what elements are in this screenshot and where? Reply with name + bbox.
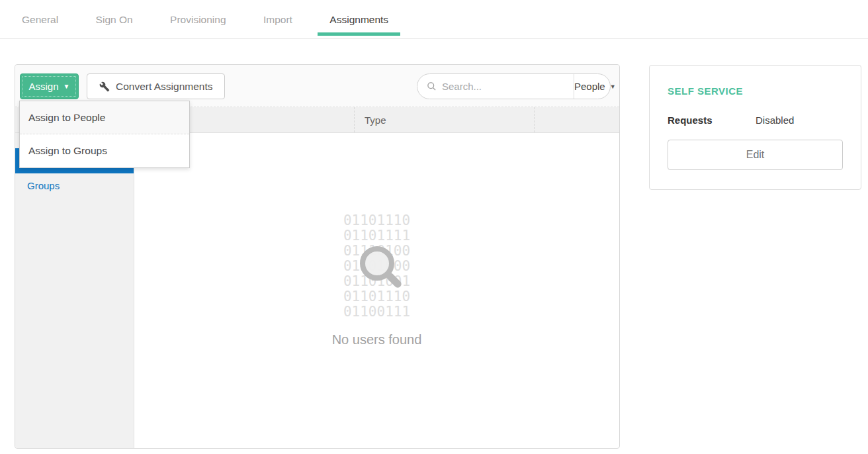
convert-assignments-label: Convert Assignments bbox=[116, 81, 212, 93]
self-service-title: SELF SERVICE bbox=[668, 85, 843, 97]
sidebar-item-groups[interactable]: Groups bbox=[15, 173, 134, 199]
tab-import[interactable]: Import bbox=[251, 0, 304, 36]
search-box bbox=[417, 74, 574, 99]
assign-button[interactable]: Assign ▼ bbox=[20, 73, 79, 99]
assignments-side-nav: People Groups bbox=[15, 133, 134, 448]
convert-assignments-button[interactable]: Convert Assignments bbox=[87, 73, 225, 99]
search-icon bbox=[427, 81, 437, 91]
empty-state-message: No users found bbox=[134, 332, 619, 347]
column-divider bbox=[354, 107, 355, 132]
app-tabs: General Sign On Provisioning Import Assi… bbox=[0, 0, 868, 39]
column-header-type: Type bbox=[365, 107, 386, 133]
binary-row: 01100111 bbox=[343, 304, 410, 320]
tab-provisioning[interactable]: Provisioning bbox=[158, 0, 238, 36]
sidebar-item-groups-label: Groups bbox=[27, 180, 60, 191]
chevron-down-icon: ▼ bbox=[610, 83, 616, 90]
requests-label: Requests bbox=[668, 114, 756, 126]
wrench-icon bbox=[99, 81, 110, 92]
assign-dropdown-menu: Assign to People Assign to Groups bbox=[19, 101, 190, 168]
requests-row: Requests Disabled bbox=[668, 114, 843, 126]
assignments-empty-state: 01101110 01101111 01110100 01101000 0110… bbox=[134, 133, 619, 448]
search-group: People ▼ bbox=[417, 73, 611, 99]
search-scope-dropdown[interactable]: People ▼ bbox=[574, 74, 616, 99]
tab-assignments[interactable]: Assignments bbox=[318, 0, 400, 36]
menu-item-assign-to-people[interactable]: Assign to People bbox=[20, 101, 189, 134]
binary-row: 01101110 bbox=[343, 213, 410, 228]
self-service-card: SELF SERVICE Requests Disabled Edit bbox=[649, 65, 861, 190]
tab-general[interactable]: General bbox=[10, 0, 70, 36]
column-divider bbox=[534, 107, 535, 132]
menu-item-assign-to-groups[interactable]: Assign to Groups bbox=[20, 134, 189, 167]
assignments-body: People Groups 01101110 01101111 01110100… bbox=[15, 133, 619, 448]
requests-value: Disabled bbox=[756, 114, 794, 126]
search-input[interactable] bbox=[442, 81, 574, 92]
assign-button-label: Assign bbox=[29, 81, 59, 92]
tab-sign-on[interactable]: Sign On bbox=[84, 0, 145, 36]
chevron-down-icon: ▼ bbox=[64, 83, 70, 90]
binary-row: 01101111 bbox=[343, 228, 410, 244]
binary-art-graphic: 01101110 01101111 01110100 01101000 0110… bbox=[343, 213, 410, 320]
search-scope-label: People bbox=[574, 81, 605, 92]
edit-button[interactable]: Edit bbox=[668, 140, 843, 170]
binary-row: 01101110 bbox=[343, 289, 410, 304]
